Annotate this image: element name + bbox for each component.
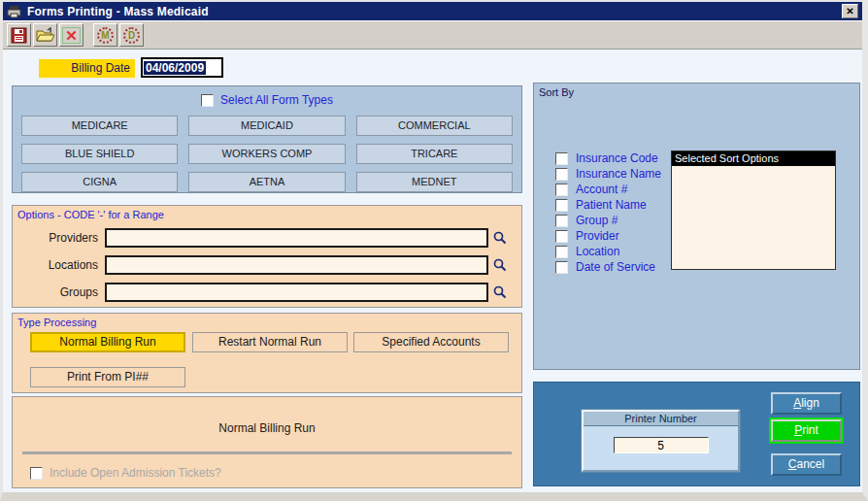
form-type-mednet-button[interactable]: MEDNET	[356, 172, 513, 192]
sort-item: Provider	[555, 228, 661, 244]
billing-date-label: Billing Date	[39, 59, 135, 78]
providers-search-icon[interactable]	[488, 231, 512, 245]
close-button[interactable]: ✕	[842, 4, 858, 18]
form-type-blue-shield-button[interactable]: BLUE SHIELD	[21, 144, 178, 164]
sort-item: Patient Name	[555, 197, 661, 213]
printer-icon	[7, 5, 22, 18]
print-button[interactable]: Print	[771, 419, 842, 442]
locations-input[interactable]	[105, 255, 488, 275]
form-type-commercial-button[interactable]: COMMERCIAL	[356, 116, 513, 136]
sort-item: Location	[555, 244, 661, 259]
date-of-service-checkbox[interactable]	[555, 261, 568, 274]
selected-sort-options-listbox[interactable]: Selected Sort Options	[671, 150, 836, 270]
insurance-name-checkbox[interactable]	[555, 168, 568, 181]
form-type-cigna-button[interactable]: CIGNA	[21, 172, 178, 192]
options-panel: Options - CODE '-' for a Range Providers…	[12, 205, 522, 308]
patient-name-label: Patient Name	[576, 198, 647, 212]
type-processing-title: Type Processing	[13, 314, 521, 328]
sort-by-title: Sort By	[534, 84, 859, 98]
group-number-checkbox[interactable]	[555, 215, 568, 227]
printer-number-input[interactable]	[614, 437, 709, 453]
patient-name-checkbox[interactable]	[555, 199, 568, 212]
status-panel: Normal Billing Run Include Open Admissio…	[12, 396, 522, 488]
form-type-workers-comp-button[interactable]: WORKERS COMP	[188, 144, 345, 164]
providers-input[interactable]	[105, 228, 488, 248]
toolbar: ✕ M D	[3, 20, 862, 50]
sort-item: Insurance Code	[555, 150, 661, 166]
options-panel-title: Options - CODE '-' for a Range	[13, 206, 521, 220]
sort-item: Date of Service	[555, 259, 661, 275]
form-type-tricare-button[interactable]: TRICARE	[356, 144, 513, 164]
date-of-service-label: Date of Service	[576, 260, 655, 274]
location-label: Location	[576, 245, 619, 258]
insurance-code-checkbox[interactable]	[555, 152, 568, 165]
sort-item: Group #	[555, 213, 661, 228]
insurance-code-label: Insurance Code	[576, 151, 658, 165]
window-title: Forms Printing - Mass Medicaid	[27, 5, 209, 18]
save-button[interactable]	[7, 23, 31, 47]
printer-panel: Printer Number Align Print Cancel	[533, 382, 860, 486]
locations-label: Locations	[13, 258, 98, 272]
group-number-label: Group #	[576, 214, 618, 227]
form-type-medicaid-button[interactable]: MEDICAID	[188, 116, 345, 136]
select-all-form-types-checkbox[interactable]	[201, 94, 214, 107]
d-button[interactable]: D	[119, 23, 144, 47]
forms-printing-window: Forms Printing - Mass Medicaid ✕ ✕	[0, 0, 868, 501]
m-button[interactable]: M	[93, 23, 117, 47]
groups-input[interactable]	[105, 283, 488, 302]
form-type-medicare-button[interactable]: MEDICARE	[21, 116, 178, 136]
sort-item: Account #	[555, 182, 661, 197]
normal-billing-run-button[interactable]: Normal Billing Run	[30, 332, 185, 352]
form-type-grid: MEDICARE MEDICAID COMMERCIAL BLUE SHIELD…	[13, 107, 521, 192]
include-open-admission-tickets-label: Include Open Admission Tickets?	[50, 466, 221, 480]
specified-accounts-button[interactable]: Specified Accounts	[353, 332, 509, 352]
provider-label: Provider	[576, 229, 619, 243]
sort-by-panel: Sort By Insurance Code Insurance Name Ac…	[533, 83, 860, 370]
billing-date-value: 04/06/2009	[144, 61, 206, 75]
restart-normal-run-button[interactable]: Restart Normal Run	[192, 332, 348, 352]
delete-x-icon: ✕	[62, 27, 81, 44]
provider-checkbox[interactable]	[555, 230, 568, 243]
toolbar-separator	[85, 23, 91, 47]
content-area: Billing Date 04/06/2009 Select All Form …	[3, 50, 862, 492]
title-bar: Forms Printing - Mass Medicaid ✕	[3, 2, 862, 20]
groups-label: Groups	[13, 285, 98, 299]
open-folder-icon	[36, 27, 54, 43]
type-processing-panel: Type Processing Normal Billing Run Resta…	[12, 313, 522, 393]
selected-sort-options-header: Selected Sort Options	[672, 151, 835, 166]
sort-options-list: Insurance Code Insurance Name Account # …	[555, 150, 661, 275]
delete-button[interactable]: ✕	[59, 23, 83, 47]
account-number-checkbox[interactable]	[555, 184, 568, 196]
printer-number-label: Printer Number	[584, 412, 738, 426]
cancel-button[interactable]: Cancel	[771, 453, 842, 476]
sort-item: Insurance Name	[555, 166, 661, 182]
form-types-panel: Select All Form Types MEDICARE MEDICAID …	[12, 85, 522, 193]
align-button[interactable]: Align	[771, 392, 842, 415]
billing-date-field[interactable]: 04/06/2009	[141, 57, 223, 78]
insurance-name-label: Insurance Name	[576, 167, 661, 181]
d-circle-icon: D	[123, 27, 140, 44]
status-message: Normal Billing Run	[13, 421, 521, 435]
form-type-aetna-button[interactable]: AETNA	[188, 172, 345, 192]
m-circle-icon: M	[97, 27, 114, 44]
status-divider	[22, 451, 512, 454]
include-open-admission-tickets-checkbox[interactable]	[30, 467, 43, 480]
locations-search-icon[interactable]	[488, 258, 512, 272]
printer-number-group: Printer Number	[582, 410, 740, 472]
providers-label: Providers	[13, 231, 98, 245]
groups-search-icon[interactable]	[488, 285, 512, 299]
print-from-pi-button[interactable]: Print From PI##	[30, 367, 185, 387]
save-icon	[11, 27, 27, 44]
location-checkbox[interactable]	[555, 246, 568, 258]
account-number-label: Account #	[576, 183, 627, 196]
open-button[interactable]	[33, 23, 57, 47]
select-all-form-types-label: Select All Form Types	[220, 93, 333, 107]
